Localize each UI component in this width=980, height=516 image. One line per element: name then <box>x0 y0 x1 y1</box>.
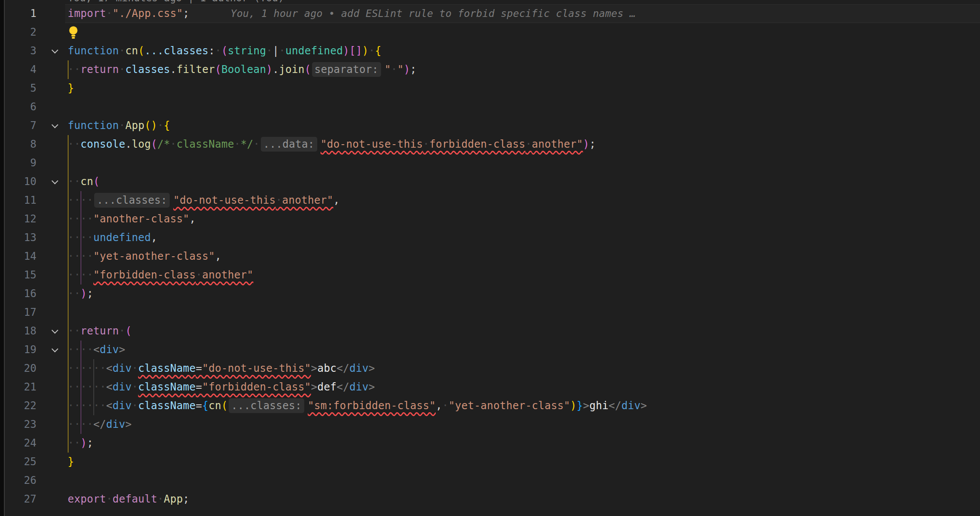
code-editor: You, 17 minutes ago | 1 author (You) 1im… <box>0 0 980 516</box>
line-number[interactable]: 22 <box>0 397 36 415</box>
fold-chevron-down-icon[interactable] <box>52 328 57 333</box>
code-line[interactable]: 4··return·classes.filter(Boolean).join(s… <box>0 60 980 79</box>
code-line[interactable]: 21······<div·className="forbidden-class"… <box>0 378 980 397</box>
indent-guide <box>68 303 69 322</box>
code-line[interactable]: 14····"yet-another-class", <box>0 247 980 266</box>
fold-chevron-down-icon[interactable] <box>52 122 57 128</box>
code-line[interactable]: 25} <box>0 453 980 471</box>
code-line[interactable]: 12····"another-class", <box>0 210 980 228</box>
eslint-error-squiggle: className="do-not-use-this" <box>138 362 311 374</box>
git-blame-inline: You, 1 hour ago • add ESLint rule to for… <box>230 8 636 19</box>
line-number[interactable]: 14 <box>0 247 36 266</box>
code-line[interactable]: 27export·default·App; <box>0 490 980 509</box>
line-number[interactable]: 1 <box>0 4 36 23</box>
line-number[interactable]: 13 <box>0 228 36 247</box>
line-number[interactable]: 10 <box>0 172 36 191</box>
line-number[interactable]: 11 <box>0 191 36 210</box>
code-line[interactable]: 17 <box>0 303 980 322</box>
code-text: ······<div·className="do-not-use-this">a… <box>68 359 375 378</box>
code-text: ······<div·className="forbidden-class">d… <box>68 378 375 397</box>
eslint-error-squiggle: "forbidden-class·another" <box>93 269 253 281</box>
editor-lines: 1import·"./App.css";You, 1 hour ago • ad… <box>0 4 980 509</box>
code-text: ··return·classes.filter(Boolean).join(se… <box>68 60 417 79</box>
code-line[interactable]: 20······<div·className="do-not-use-this"… <box>0 359 980 378</box>
inlay-hint: ...data: <box>261 137 317 152</box>
code-text: export·default·App; <box>68 490 189 509</box>
line-number[interactable]: 20 <box>0 359 36 378</box>
line-number[interactable]: 6 <box>0 98 36 116</box>
line-number[interactable]: 4 <box>0 60 36 79</box>
code-text: ··return·( <box>68 322 132 341</box>
code-line[interactable]: 10··cn( <box>0 172 980 191</box>
inlay-hint: ...classes: <box>229 398 304 413</box>
line-number[interactable]: 27 <box>0 490 36 509</box>
code-text: ··cn( <box>68 172 100 191</box>
code-text: ····"yet-another-class", <box>68 247 221 266</box>
eslint-error-squiggle: "sm:forbidden-class" <box>308 400 436 412</box>
line-number[interactable]: 18 <box>0 322 36 341</box>
code-text: ····undefined, <box>68 228 158 247</box>
code-text: ······<div·className={cn(...classes:"sm:… <box>68 397 647 415</box>
code-text: ··console.log(/*·className·*/·...data:"d… <box>68 135 596 154</box>
code-line[interactable]: 24··); <box>0 434 980 453</box>
code-text: ····"another-class", <box>68 210 196 228</box>
line-number[interactable]: 26 <box>0 471 36 490</box>
code-line[interactable]: 8··console.log(/*·className·*/·...data:"… <box>0 135 980 154</box>
code-text: } <box>68 79 74 98</box>
code-line[interactable]: 22······<div·className={cn(...classes:"s… <box>0 397 980 415</box>
code-line[interactable]: 26 <box>0 471 980 490</box>
inlay-hint: separator: <box>312 62 381 77</box>
fold-chevron-down-icon[interactable] <box>52 48 57 53</box>
code-text: function·cn(...classes:·(string·|·undefi… <box>68 42 381 60</box>
code-line[interactable]: 15····"forbidden-class·another" <box>0 266 980 284</box>
editor-left-edge-line <box>4 0 5 516</box>
line-number[interactable]: 21 <box>0 378 36 397</box>
line-number[interactable]: 5 <box>0 79 36 98</box>
code-text: ····</div> <box>68 415 132 434</box>
code-line[interactable]: 5} <box>0 79 980 98</box>
code-text: ··); <box>68 434 93 453</box>
code-text: ····...classes:"do-not-use-this·another"… <box>68 191 340 210</box>
editor-left-edge <box>0 0 4 516</box>
line-number[interactable]: 19 <box>0 341 36 359</box>
line-number[interactable]: 17 <box>0 303 36 322</box>
line-number[interactable]: 16 <box>0 284 36 303</box>
line-number[interactable]: 2 <box>0 23 36 42</box>
code-line[interactable]: 19····<div> <box>0 341 980 359</box>
eslint-error-squiggle: className="forbidden-class" <box>138 381 311 393</box>
code-line[interactable]: 7function·App()·{ <box>0 116 980 135</box>
eslint-error-squiggle: "do-not-use-this·forbidden-class·another… <box>321 138 583 150</box>
code-text: ····"forbidden-class·another" <box>68 266 253 284</box>
code-line[interactable]: 1import·"./App.css";You, 1 hour ago • ad… <box>0 4 980 23</box>
fold-chevron-down-icon[interactable] <box>52 179 57 184</box>
line-number[interactable]: 9 <box>0 154 36 172</box>
code-text: ··); <box>68 284 93 303</box>
line-number[interactable]: 12 <box>0 210 36 228</box>
code-line[interactable]: 3function·cn(...classes:·(string·|·undef… <box>0 42 980 60</box>
code-line[interactable]: 13····undefined, <box>0 228 980 247</box>
line-number[interactable]: 23 <box>0 415 36 434</box>
line-number[interactable]: 15 <box>0 266 36 284</box>
code-line[interactable]: 2 <box>0 23 980 42</box>
code-line[interactable]: 23····</div> <box>0 415 980 434</box>
code-text: function·App()·{ <box>68 116 170 135</box>
line-number[interactable]: 24 <box>0 434 36 453</box>
line-number[interactable]: 7 <box>0 116 36 135</box>
fold-chevron-down-icon[interactable] <box>52 347 57 352</box>
indent-guide <box>68 154 69 172</box>
line-number[interactable]: 25 <box>0 453 36 471</box>
code-line[interactable]: 9 <box>0 154 980 172</box>
line-number[interactable]: 3 <box>0 42 36 60</box>
inlay-hint: ...classes: <box>94 193 170 208</box>
code-line[interactable]: 16··); <box>0 284 980 303</box>
eslint-error-squiggle: "do-not-use-this·another" <box>173 194 333 206</box>
code-text: import·"./App.css";You, 1 hour ago • add… <box>68 4 636 23</box>
code-text: } <box>68 453 74 471</box>
line-number[interactable]: 8 <box>0 135 36 154</box>
code-line[interactable]: 18··return·( <box>0 322 980 341</box>
code-line[interactable]: 11····...classes:"do-not-use-this·anothe… <box>0 191 980 210</box>
code-text: ····<div> <box>68 341 125 359</box>
code-line[interactable]: 6 <box>0 98 980 116</box>
